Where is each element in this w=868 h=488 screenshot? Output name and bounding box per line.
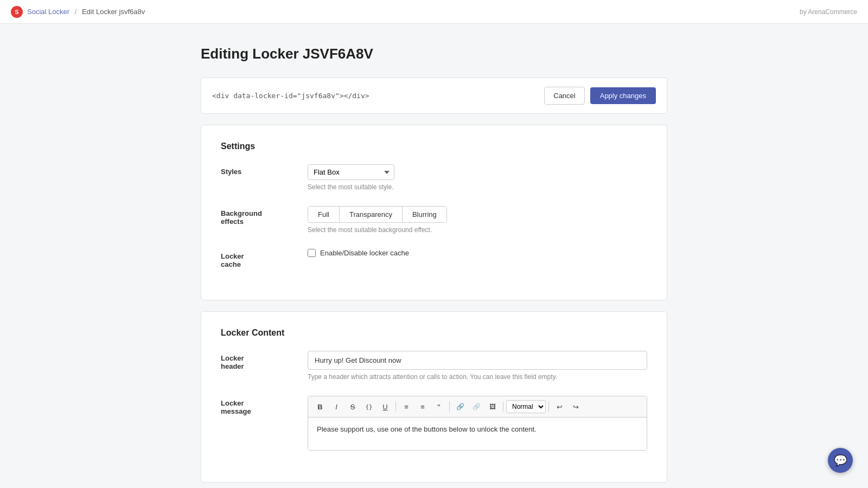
app-logo: S bbox=[11, 6, 23, 18]
main-content: Editing Locker JSVF6A8V <div data-locker… bbox=[190, 24, 678, 488]
locker-message-label: Locker message bbox=[221, 396, 308, 415]
bg-transparency-button[interactable]: Transparency bbox=[340, 207, 403, 222]
cache-label: Locker cache bbox=[221, 249, 308, 268]
top-nav: S Social Locker / Edit Locker jsvf6a8v b… bbox=[0, 0, 868, 24]
cache-checkbox[interactable] bbox=[308, 249, 316, 257]
bg-full-button[interactable]: Full bbox=[308, 207, 340, 222]
settings-card: Settings Styles Flat Box Box Minimal Sel… bbox=[201, 125, 667, 300]
toolbar-sep-2 bbox=[449, 401, 450, 412]
logo-text: S bbox=[15, 9, 18, 15]
styles-select[interactable]: Flat Box Box Minimal bbox=[308, 164, 394, 180]
toolbar-redo-button[interactable]: ↪ bbox=[568, 400, 583, 414]
styles-label: Styles bbox=[221, 164, 308, 176]
styles-control: Flat Box Box Minimal Select the most sui… bbox=[308, 164, 647, 191]
breadcrumb-page: Edit Locker jsvf6a8v bbox=[82, 8, 145, 16]
cache-row: Locker cache Enable/Disable locker cache bbox=[221, 249, 647, 268]
page-title: Editing Locker JSVF6A8V bbox=[201, 46, 667, 62]
toolbar-italic-button[interactable]: I bbox=[329, 400, 344, 414]
breadcrumb-text: Social Locker / Edit Locker jsvf6a8v bbox=[27, 8, 145, 16]
locker-header-row: Locker header Type a header which attrac… bbox=[221, 351, 647, 381]
chat-fab[interactable]: 💬 bbox=[828, 448, 853, 473]
breadcrumb-sep: / bbox=[75, 8, 77, 16]
locker-header-label: Locker header bbox=[221, 351, 308, 370]
settings-title: Settings bbox=[221, 142, 647, 151]
bg-blurring-button[interactable]: Blurring bbox=[403, 207, 446, 222]
code-bar: <div data-locker-id="jsvf6a8v"></div> Ca… bbox=[201, 78, 667, 114]
cache-checkbox-label: Enable/Disable locker cache bbox=[320, 249, 409, 257]
toolbar-code-button[interactable]: {} bbox=[361, 400, 376, 414]
toolbar-sep-4 bbox=[548, 401, 549, 412]
editor-wrap: B I S {} U ≡ ≡ " 🔗 🔗 🖼 bbox=[308, 396, 647, 451]
toolbar-underline-button[interactable]: U bbox=[378, 400, 393, 414]
toolbar-sep-1 bbox=[395, 401, 396, 412]
cancel-button[interactable]: Cancel bbox=[544, 87, 584, 105]
locker-content-card: Locker Content Locker header Type a head… bbox=[201, 311, 667, 483]
toolbar-strikethrough-button[interactable]: S bbox=[345, 400, 360, 414]
toolbar-quote-button[interactable]: " bbox=[431, 400, 446, 414]
bg-effects-group: Full Transparency Blurring bbox=[308, 206, 447, 223]
locker-message-control: B I S {} U ≡ ≡ " 🔗 🔗 🖼 bbox=[308, 396, 647, 451]
code-snippet: <div data-locker-id="jsvf6a8v"></div> bbox=[212, 92, 369, 100]
styles-hint: Select the most suitable style. bbox=[308, 183, 647, 191]
toolbar-bold-button[interactable]: B bbox=[312, 400, 328, 414]
cache-control: Enable/Disable locker cache bbox=[308, 249, 647, 257]
bg-effects-hint: Select the most suitable background effe… bbox=[308, 226, 647, 234]
bg-effects-control: Full Transparency Blurring Select the mo… bbox=[308, 206, 647, 234]
locker-content-title: Locker Content bbox=[221, 328, 647, 338]
cache-checkbox-row: Enable/Disable locker cache bbox=[308, 249, 647, 257]
bg-effects-label: Background effects bbox=[221, 206, 308, 226]
bg-effects-row: Background effects Full Transparency Blu… bbox=[221, 206, 647, 234]
breadcrumb: S Social Locker / Edit Locker jsvf6a8v bbox=[11, 6, 145, 18]
toolbar-image-button[interactable]: 🖼 bbox=[485, 400, 500, 414]
toolbar-ol-button[interactable]: ≡ bbox=[415, 400, 430, 414]
breadcrumb-app-link[interactable]: Social Locker bbox=[27, 8, 69, 16]
toolbar-format-select[interactable]: Normal H1 H2 H3 bbox=[506, 400, 546, 413]
toolbar-link-button[interactable]: 🔗 bbox=[452, 400, 468, 414]
locker-message-row: Locker message B I S {} U ≡ ≡ " bbox=[221, 396, 647, 451]
toolbar-sep-3 bbox=[503, 401, 503, 412]
locker-header-hint: Type a header which attracts attention o… bbox=[308, 373, 647, 381]
styles-row: Styles Flat Box Box Minimal Select the m… bbox=[221, 164, 647, 191]
code-bar-actions: Cancel Apply changes bbox=[544, 87, 656, 105]
chat-icon: 💬 bbox=[834, 454, 847, 467]
toolbar-unlink-button[interactable]: 🔗 bbox=[469, 400, 484, 414]
editor-content[interactable]: Please support us, use one of the button… bbox=[308, 418, 647, 450]
toolbar-ul-button[interactable]: ≡ bbox=[399, 400, 414, 414]
locker-header-input[interactable] bbox=[308, 351, 647, 370]
toolbar-undo-button[interactable]: ↩ bbox=[552, 400, 567, 414]
locker-header-control: Type a header which attracts attention o… bbox=[308, 351, 647, 381]
brand-label: by ArenaCommerce bbox=[800, 8, 857, 16]
editor-toolbar: B I S {} U ≡ ≡ " 🔗 🔗 🖼 bbox=[308, 396, 647, 418]
apply-changes-button[interactable]: Apply changes bbox=[590, 87, 656, 104]
